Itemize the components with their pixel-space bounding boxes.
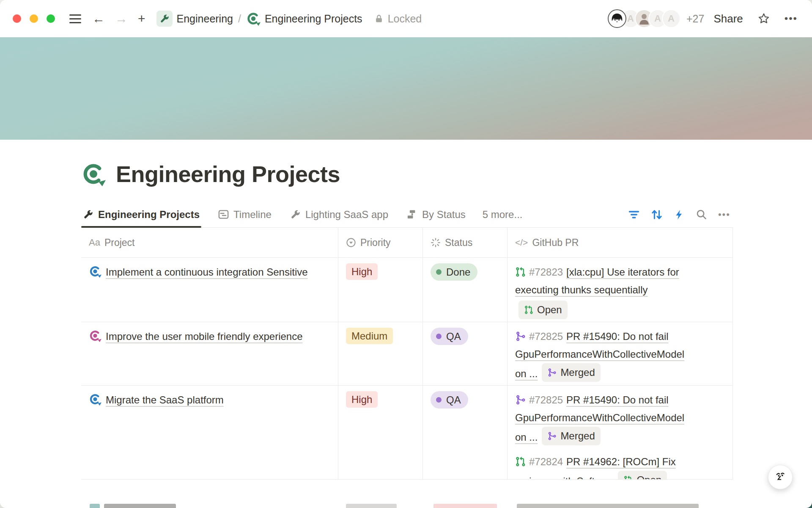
lock-icon: [374, 14, 384, 23]
tab-lighting-saas-app[interactable]: Lighting SaaS app: [288, 202, 390, 227]
github-pr-cell: #72825PR #15490: Do not fail GpuPerforma…: [508, 386, 733, 479]
pr-state-badge[interactable]: Open: [618, 471, 667, 479]
priority-cell[interactable]: High: [338, 258, 423, 322]
page-cycle-icon-large[interactable]: [81, 162, 106, 186]
clipped-project-fragment: [104, 504, 176, 508]
tab-by-status[interactable]: By Status: [405, 202, 467, 227]
pr-state-badge[interactable]: Open: [518, 301, 568, 319]
priority-cell[interactable]: High: [338, 386, 423, 479]
tab-label: Engineering Projects: [98, 209, 200, 221]
share-button[interactable]: Share: [713, 12, 743, 25]
column-label: Priority: [360, 237, 391, 248]
column-header-status[interactable]: Status: [423, 228, 508, 257]
pr-link[interactable]: #72825PR #15490: Do not fail GpuPerforma…: [515, 328, 725, 383]
tab-timeline[interactable]: Timeline: [217, 202, 273, 227]
ellipsis-icon: •••: [718, 209, 730, 220]
column-label: Status: [445, 237, 472, 248]
status-cell[interactable]: QA: [423, 322, 508, 385]
close-window-button[interactable]: [13, 14, 21, 23]
view-options-button[interactable]: •••: [716, 207, 733, 223]
priority-cell[interactable]: Medium: [338, 322, 423, 385]
status-dot: [436, 269, 442, 275]
timeline-icon: [218, 209, 229, 220]
locked-label: Locked: [388, 13, 422, 25]
minimize-window-button[interactable]: [30, 14, 38, 23]
column-header-github-pr[interactable]: </> GitHub PR: [508, 228, 733, 257]
project-cycle-icon: [89, 393, 102, 406]
status-cell[interactable]: Done: [423, 258, 508, 322]
breadcrumb: Engineering / Engineering Projects: [156, 11, 362, 27]
project-page-link[interactable]: Migrate the SaaS platform: [89, 391, 330, 409]
sidebar-menu-icon[interactable]: [69, 14, 81, 23]
new-page-button[interactable]: +: [138, 12, 145, 25]
status-type-icon: [431, 237, 441, 248]
tab-label: Lighting SaaS app: [305, 209, 388, 221]
pr-title-line: an issue with Softmax: [515, 475, 614, 479]
project-title: Implement a continuous integration Sensi…: [106, 266, 308, 278]
page-title[interactable]: Engineering Projects: [116, 161, 340, 187]
breadcrumb-workspace[interactable]: Engineering: [156, 11, 233, 27]
breadcrumb-workspace-label: Engineering: [177, 13, 233, 25]
pr-state-label: Open: [537, 301, 562, 319]
filter-icon[interactable]: [625, 206, 642, 223]
page-cycle-icon: [246, 11, 261, 26]
project-page-link[interactable]: Implement a continuous integration Sensi…: [89, 263, 330, 281]
table-row: Migrate the SaaS platform High QA #72825…: [81, 386, 733, 480]
zoom-window-button[interactable]: [47, 14, 55, 23]
more-options-button[interactable]: •••: [783, 11, 799, 26]
forward-button[interactable]: →: [115, 12, 128, 25]
back-button[interactable]: ←: [92, 12, 105, 25]
view-toolbar: •••: [625, 206, 733, 223]
more-views-button[interactable]: 5 more...: [483, 209, 523, 221]
view-tabs-bar: Engineering Projects Timeline Lighting S…: [81, 202, 733, 228]
column-header-project[interactable]: Aa Project: [81, 228, 338, 257]
clipped-project-fragment: [90, 504, 100, 508]
automation-bolt-icon[interactable]: [671, 207, 687, 223]
pr-state-badge[interactable]: Merged: [542, 363, 600, 382]
breadcrumb-page[interactable]: Engineering Projects: [246, 11, 362, 26]
status-cell[interactable]: QA: [423, 386, 508, 479]
sort-icon[interactable]: [648, 206, 665, 223]
project-cycle-icon: [89, 329, 102, 342]
pr-state-label: Merged: [560, 364, 595, 381]
pr-state-label: Open: [636, 471, 661, 479]
select-type-icon: [346, 237, 356, 248]
avatar-overflow-count[interactable]: +27: [686, 13, 704, 25]
locked-indicator[interactable]: Locked: [374, 13, 422, 25]
pr-title-line: PR #14962: [ROCm] Fix: [566, 456, 676, 467]
text-type-icon: Aa: [89, 237, 100, 248]
favorite-star-icon[interactable]: [756, 11, 772, 27]
clipped-priority-fragment: [346, 504, 397, 508]
pr-open-icon: [515, 456, 526, 467]
project-page-link[interactable]: Improve the user mobile friendly experie…: [89, 328, 330, 345]
tab-engineering-projects[interactable]: Engineering Projects: [81, 202, 201, 227]
pr-state-badge[interactable]: Merged: [542, 427, 600, 445]
pr-number: #72823: [529, 266, 563, 278]
column-label: GitHub PR: [532, 237, 579, 248]
pr-merged-icon: [547, 431, 557, 441]
avatar-cartoon[interactable]: [608, 9, 626, 28]
priority-badge: Medium: [346, 328, 393, 344]
github-pr-cell: #72825PR #15490: Do not fail GpuPerforma…: [508, 322, 733, 385]
column-header-priority[interactable]: Priority: [338, 228, 423, 257]
traffic-lights: [13, 14, 55, 23]
breadcrumb-page-label: Engineering Projects: [265, 13, 362, 25]
project-title: Migrate the SaaS platform: [106, 394, 224, 406]
search-icon[interactable]: [693, 206, 710, 223]
pr-link[interactable]: #72824PR #14962: [ROCm] Fix an issue wit…: [515, 453, 725, 479]
ai-face-icon: [773, 470, 787, 484]
status-label: Done: [446, 265, 470, 279]
pr-title-line: GpuPerformanceWithCollectiveModel: [515, 409, 725, 427]
pr-link[interactable]: #72823[xla:cpu] Use iterators for execut…: [515, 263, 725, 320]
tab-label: By Status: [422, 209, 466, 221]
pr-link[interactable]: #72825PR #15490: Do not fail GpuPerforma…: [515, 391, 725, 446]
table-header-row: Aa Project Priority Status </> GitHub PR: [81, 228, 733, 258]
pr-merged-icon: [515, 395, 526, 405]
notion-ai-button[interactable]: [768, 465, 793, 489]
pr-title-line: GpuPerformanceWithCollectiveModel: [515, 345, 725, 363]
pr-open-icon: [623, 475, 633, 479]
page-cover-image[interactable]: [0, 37, 812, 140]
avatar-letter[interactable]: A: [662, 9, 680, 28]
status-dot: [436, 334, 442, 339]
pr-merged-icon: [547, 368, 557, 377]
